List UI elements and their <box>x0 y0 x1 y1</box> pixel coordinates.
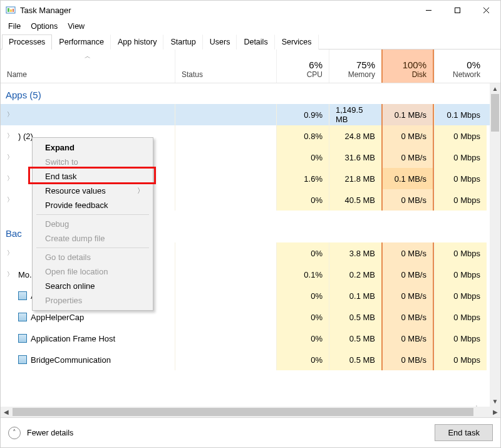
menu-file[interactable]: File <box>3 21 26 32</box>
horizontal-scrollbar[interactable]: ◀ ▶ <box>1 407 500 417</box>
header-disk[interactable]: 100% Disk <box>381 49 434 83</box>
cell-memory: 40.5 MB <box>329 189 381 211</box>
menu-item-label: Debug <box>45 219 69 229</box>
header-memory[interactable]: 75% Memory <box>329 49 381 83</box>
window-title: Task Manager <box>20 6 414 15</box>
title-bar: Task Manager <box>1 1 500 19</box>
menu-item: Debug <box>34 217 152 231</box>
svg-rect-2 <box>10 9 12 12</box>
cell-memory: 0.1 MB <box>329 285 381 306</box>
cell-status <box>175 104 276 125</box>
menu-item[interactable]: End task <box>34 169 152 184</box>
minimize-button[interactable] <box>414 1 443 19</box>
column-headers: ︿ Name Status 6% CPU 75% Memory 100% Dis… <box>1 49 500 83</box>
cell-status <box>175 125 276 147</box>
expand-icon[interactable]: 〉 <box>7 195 14 204</box>
cell-disk: 0 MB/s <box>381 125 434 147</box>
process-icon <box>18 334 27 343</box>
cell-cpu: 0.1% <box>276 264 329 285</box>
task-manager-window: Task Manager File Options View Processes… <box>0 0 501 448</box>
cell-network: 0 Mbps <box>434 306 487 328</box>
cell-memory: 21.8 MB <box>329 168 381 189</box>
tab-app-history[interactable]: App history <box>111 34 164 49</box>
vertical-scrollbar[interactable]: ▲ ▼ <box>490 83 500 407</box>
fewer-details-icon[interactable]: ˄ <box>8 427 21 439</box>
cell-status <box>175 147 276 168</box>
menu-item-label: Search online <box>45 281 95 291</box>
menu-item-label: Go to details <box>45 253 91 262</box>
tab-processes[interactable]: Processes <box>2 34 52 49</box>
header-cpu[interactable]: 6% CPU <box>276 49 329 83</box>
scroll-up-icon[interactable]: ▲ <box>490 83 500 94</box>
cell-network: 0 Mbps <box>434 125 487 147</box>
cell-network: 0 Mbps <box>434 328 487 349</box>
cell-disk: 0 MB/s <box>381 306 434 328</box>
app-icon <box>6 5 16 15</box>
table-row[interactable]: BridgeCommunication0%0.5 MB0 MB/s0 Mbps <box>1 349 500 370</box>
cell-status <box>175 242 276 264</box>
tab-services[interactable]: Services <box>275 34 319 49</box>
expand-icon[interactable]: 〉 <box>7 249 14 258</box>
cell-disk: 0 MB/s <box>381 147 434 168</box>
header-network[interactable]: 0% Network <box>434 49 487 83</box>
menu-item: Go to details <box>34 250 152 264</box>
cell-cpu: 0.9% <box>276 104 329 125</box>
table-row[interactable]: 〉0.9%1,149.5 MB0.1 MB/s0.1 Mbps <box>1 104 500 125</box>
scroll-left-icon[interactable]: ◀ <box>1 407 11 417</box>
expand-icon[interactable]: 〉 <box>7 270 14 279</box>
end-task-button[interactable]: End task <box>435 424 493 441</box>
cell-disk: 0.1 MB/s <box>381 104 434 125</box>
scroll-right-icon[interactable]: ▶ <box>490 407 500 417</box>
process-icon <box>18 313 27 321</box>
menu-item-label: Create dump file <box>45 234 105 243</box>
maximize-button[interactable] <box>443 1 472 19</box>
expand-icon[interactable]: 〉 <box>7 153 14 162</box>
cell-memory: 0.5 MB <box>329 349 381 370</box>
expand-icon[interactable]: 〉 <box>7 174 14 183</box>
cell-status <box>175 285 276 306</box>
menu-item[interactable]: Resource values〉 <box>34 184 152 198</box>
tab-users[interactable]: Users <box>203 34 237 49</box>
cell-cpu: 0% <box>276 306 329 328</box>
expand-icon[interactable]: 〉 <box>7 110 14 119</box>
cell-network: 0 Mbps <box>434 168 487 189</box>
hscroll-thumb[interactable] <box>13 408 473 416</box>
tab-startup[interactable]: Startup <box>163 34 202 49</box>
cell-cpu: 0% <box>276 328 329 349</box>
menu-item[interactable]: Search online <box>34 279 152 293</box>
table-row[interactable]: Application Frame Host0%0.5 MB0 MB/s0 Mb… <box>1 328 500 349</box>
cell-cpu: 0.8% <box>276 125 329 147</box>
cell-memory: 1,149.5 MB <box>329 104 381 125</box>
process-name: ) (2) <box>18 132 33 141</box>
menu-item-label: Switch to <box>45 157 78 167</box>
tab-performance[interactable]: Performance <box>52 34 111 49</box>
fewer-details-label[interactable]: Fewer details <box>27 429 73 437</box>
menu-bar: File Options View <box>1 19 500 33</box>
header-status[interactable]: Status <box>175 49 276 83</box>
process-name: AppHelperCap <box>31 313 84 322</box>
cell-network: 0 Mbps <box>434 285 487 306</box>
menu-view[interactable]: View <box>63 21 90 32</box>
cell-disk: 0 MB/s <box>381 328 434 349</box>
tab-details[interactable]: Details <box>237 34 274 49</box>
cell-network: 0 Mbps <box>434 189 487 211</box>
menu-item[interactable]: Expand <box>34 140 152 155</box>
menu-item-label: Properties <box>45 296 82 305</box>
cell-status <box>175 189 276 211</box>
cell-status <box>175 168 276 189</box>
submenu-arrow-icon: 〉 <box>137 186 144 195</box>
menu-item[interactable]: Provide feedback <box>34 198 152 212</box>
svg-rect-3 <box>13 9 14 12</box>
menu-options[interactable]: Options <box>26 21 63 32</box>
cell-status <box>175 306 276 328</box>
cell-disk: 0.1 MB/s <box>381 168 434 189</box>
cell-cpu: 0% <box>276 242 329 264</box>
cell-status <box>175 264 276 285</box>
header-name[interactable]: ︿ Name <box>1 49 175 83</box>
close-button[interactable] <box>472 1 500 19</box>
scroll-thumb[interactable] <box>491 94 499 132</box>
menu-item-label: Open file location <box>45 267 108 276</box>
sort-indicator-icon: ︿ <box>85 52 91 61</box>
expand-icon[interactable]: 〉 <box>7 132 14 140</box>
cell-network: 0 Mbps <box>434 264 487 285</box>
